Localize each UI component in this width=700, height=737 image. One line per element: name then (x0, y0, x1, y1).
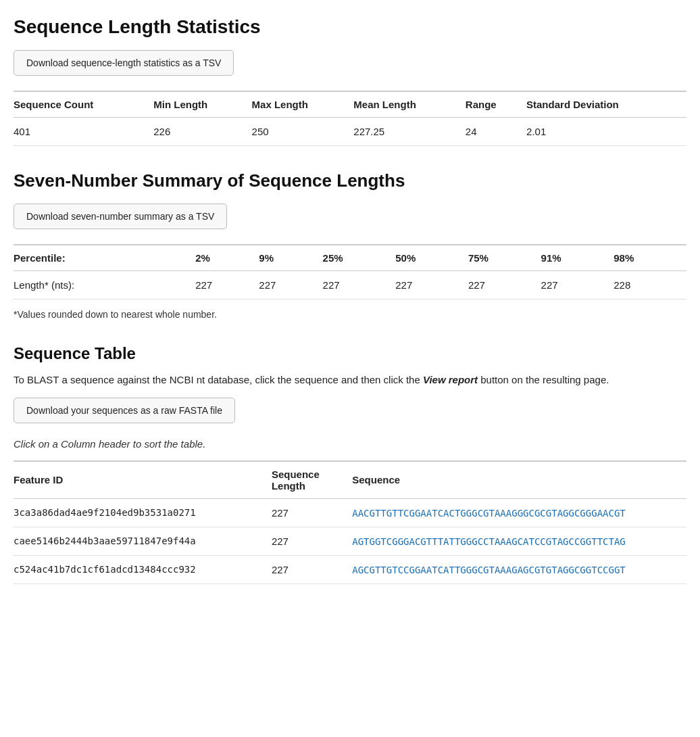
col-header-91pct[interactable]: 91% (541, 245, 614, 271)
cell-sequence[interactable]: AGCGTTGTCCGGAATCATTGGGCGTAAAGAGCGTGTAGGC… (352, 555, 686, 584)
cell-seq-length: 227 (272, 527, 352, 555)
cell-feature-id: caee5146b2444b3aae59711847e9f44a (14, 527, 272, 555)
table-row: caee5146b2444b3aae59711847e9f44a227AGTGG… (14, 527, 686, 555)
cell-75pct-val: 227 (468, 271, 541, 300)
col-header-98pct[interactable]: 98% (614, 245, 686, 271)
cell-sequence-count: 401 (14, 118, 153, 146)
cell-mean-length: 227.25 (353, 118, 466, 146)
cell-50pct-val: 227 (395, 271, 468, 300)
sequence-length-stats-section: Sequence Length Statistics Download sequ… (14, 16, 686, 146)
col-header-mean-length[interactable]: Mean Length (353, 91, 466, 118)
col-header-feature-id[interactable]: Feature ID (14, 461, 272, 499)
cell-25pct-val: 227 (323, 271, 396, 300)
col-header-min-length[interactable]: Min Length (153, 91, 251, 118)
col-header-percentile[interactable]: Percentile: (14, 245, 195, 271)
section1-title: Sequence Length Statistics (14, 16, 686, 38)
seven-number-table: Percentile: 2% 9% 25% 50% 75% 91% 98% Le… (14, 244, 686, 300)
cell-length-label: Length* (nts): (14, 271, 195, 300)
sequence-table-section: Sequence Table To BLAST a sequence again… (14, 344, 686, 584)
table-row: 3ca3a86dad4ae9f2104ed9b3531a0271227AACGT… (14, 498, 686, 527)
cell-98pct-val: 228 (614, 271, 686, 300)
table-row: Length* (nts): 227 227 227 227 227 227 2… (14, 271, 686, 300)
cell-sequence[interactable]: AACGTTGTTCGGAATCACTGGGCGTAAAGGGCGCGTAGGC… (352, 498, 686, 527)
cell-feature-id: 3ca3a86dad4ae9f2104ed9b3531a0271 (14, 498, 272, 527)
cell-seq-length: 227 (272, 555, 352, 584)
seven-number-summary-section: Seven-Number Summary of Sequence Lengths… (14, 170, 686, 320)
download-fasta-button[interactable]: Download your sequences as a raw FASTA f… (14, 398, 235, 423)
col-header-std-dev[interactable]: Standard Deviation (526, 91, 686, 118)
rounding-footnote: *Values rounded down to nearest whole nu… (14, 309, 686, 320)
col-header-75pct[interactable]: 75% (468, 245, 541, 271)
sort-note: Click on a Column header to sort the tab… (14, 438, 686, 450)
col-header-sequence[interactable]: Sequence (352, 461, 686, 499)
blast-info-text1: To BLAST a sequence against the NCBI nt … (14, 374, 423, 385)
cell-seq-length: 227 (272, 498, 352, 527)
section3-title: Sequence Table (14, 344, 686, 363)
blast-view-report: View report (423, 374, 478, 385)
cell-2pct-val: 227 (195, 271, 259, 300)
cell-feature-id: c524ac41b7dc1cf61adcd13484ccc932 (14, 555, 272, 584)
col-header-50pct[interactable]: 50% (395, 245, 468, 271)
sequence-length-table: Sequence Count Min Length Max Length Mea… (14, 91, 686, 146)
cell-max-length: 250 (252, 118, 354, 146)
col-header-2pct[interactable]: 2% (195, 245, 259, 271)
cell-range: 24 (466, 118, 526, 146)
table-row: c524ac41b7dc1cf61adcd13484ccc932227AGCGT… (14, 555, 686, 584)
table-row: 401 226 250 227.25 24 2.01 (14, 118, 686, 146)
blast-info-text2: button on the resulting page. (478, 374, 609, 385)
col-header-max-length[interactable]: Max Length (252, 91, 354, 118)
col-header-sequence-length[interactable]: Sequence Length (272, 461, 352, 499)
cell-9pct-val: 227 (259, 271, 322, 300)
sequence-data-table: Feature ID Sequence Length Sequence 3ca3… (14, 460, 686, 584)
cell-std-dev: 2.01 (526, 118, 686, 146)
col-header-sequence-count[interactable]: Sequence Count (14, 91, 153, 118)
download-tsv-button[interactable]: Download sequence-length statistics as a… (14, 50, 234, 76)
download-seven-number-button[interactable]: Download seven-number summary as a TSV (14, 204, 227, 229)
col-header-9pct[interactable]: 9% (259, 245, 322, 271)
blast-info: To BLAST a sequence against the NCBI nt … (14, 373, 686, 388)
cell-91pct-val: 227 (541, 271, 614, 300)
cell-min-length: 226 (153, 118, 251, 146)
cell-sequence[interactable]: AGTGGTCGGGACGTTTATTGGGCCTAAAGCATCCGTAGCC… (352, 527, 686, 555)
col-header-25pct[interactable]: 25% (323, 245, 396, 271)
col-header-range[interactable]: Range (466, 91, 526, 118)
section2-title: Seven-Number Summary of Sequence Lengths (14, 170, 686, 191)
